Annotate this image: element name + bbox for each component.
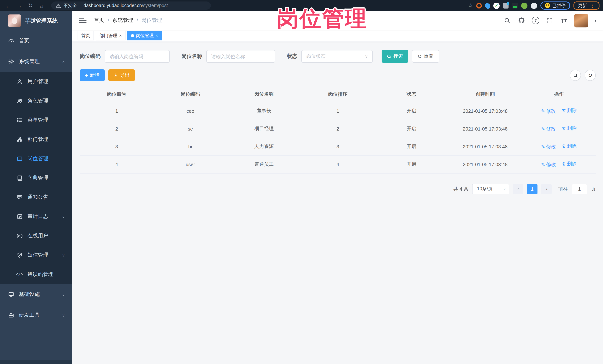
table-row: 2se项目经理2开启2021-01-05 17:03:48✎修改删除 bbox=[80, 120, 596, 138]
breadcrumb-home[interactable]: 首页 bbox=[94, 17, 104, 24]
cell-actions: ✎修改删除 bbox=[522, 138, 596, 155]
paused-badge[interactable]: 已暂停 bbox=[540, 1, 570, 10]
post-code-input[interactable] bbox=[105, 50, 170, 63]
cell-created-time: 2021-01-05 17:03:48 bbox=[448, 102, 522, 120]
sidebar-item-post[interactable]: 岗位管理 bbox=[0, 149, 72, 168]
extension-grid-icon[interactable] bbox=[503, 3, 509, 8]
cell-post-code: user bbox=[153, 155, 227, 173]
sidebar-item-errcode[interactable]: </>错误码管理 bbox=[0, 265, 72, 284]
post-icon bbox=[16, 156, 23, 162]
edit-link[interactable]: ✎修改 bbox=[541, 108, 556, 115]
reload-button[interactable]: ↻ bbox=[26, 1, 35, 10]
sidebar-item-online[interactable]: 在线用户 bbox=[0, 226, 72, 245]
column-header-status: 状态 bbox=[375, 86, 448, 102]
role-icon bbox=[16, 98, 23, 104]
sidebar-item-user[interactable]: 用户管理 bbox=[0, 72, 72, 91]
tab-close-icon[interactable]: × bbox=[156, 33, 158, 38]
delete-link[interactable]: 删除 bbox=[561, 143, 577, 150]
tab-close-icon[interactable]: × bbox=[119, 33, 122, 38]
address-divider bbox=[80, 3, 80, 8]
next-page-button[interactable]: › bbox=[541, 184, 552, 194]
trash-icon bbox=[561, 109, 566, 113]
tab-post[interactable]: 岗位管理 × bbox=[127, 31, 162, 40]
app-logo-row[interactable]: 芋道管理系统 bbox=[0, 11, 72, 30]
tags-view-bar: 首页 部门管理 × 岗位管理 × bbox=[72, 30, 603, 42]
chevron-down-icon: ∨ bbox=[62, 253, 65, 257]
cell-created-time: 2021-01-05 17:03:48 bbox=[448, 120, 522, 138]
post-table: 岗位编号岗位编码岗位名称岗位排序状态创建时间操作 1ceo董事长1开启2021-… bbox=[80, 86, 596, 173]
sidebar-item-devtools[interactable]: 研发工具∨ bbox=[0, 305, 72, 326]
plus-icon: + bbox=[85, 72, 88, 78]
column-header-post-sort: 岗位排序 bbox=[301, 86, 374, 102]
sidebar-item-dept[interactable]: 部门管理 bbox=[0, 130, 72, 149]
sidebar-item-home[interactable]: 首页 bbox=[0, 30, 72, 51]
refresh-button[interactable]: ↻ bbox=[585, 70, 596, 81]
toggle-search-button[interactable] bbox=[570, 70, 581, 81]
user-avatar[interactable] bbox=[574, 13, 588, 27]
app-logo bbox=[8, 14, 21, 27]
delete-link[interactable]: 删除 bbox=[561, 125, 577, 132]
update-button[interactable]: 更新 ⋮ bbox=[573, 1, 600, 10]
delete-link[interactable]: 删除 bbox=[561, 107, 577, 114]
post-name-input[interactable] bbox=[206, 50, 275, 63]
edit-link[interactable]: ✎修改 bbox=[541, 126, 556, 132]
sidebar-item-sms[interactable]: 短信管理∨ bbox=[0, 245, 72, 265]
cell-post-id: 1 bbox=[80, 102, 153, 120]
sidebar-item-system[interactable]: 系统管理∧ bbox=[0, 51, 72, 72]
hamburger-icon[interactable] bbox=[79, 18, 87, 23]
cell-actions: ✎修改删除 bbox=[522, 120, 596, 138]
chevron-down-icon[interactable]: ▾ bbox=[595, 18, 596, 22]
home-button[interactable]: ⌂ bbox=[37, 1, 46, 10]
column-header-post-id: 岗位编号 bbox=[80, 86, 153, 102]
breadcrumb-system[interactable]: 系统管理 bbox=[113, 17, 133, 24]
infra-icon bbox=[8, 291, 14, 298]
prev-page-button[interactable]: ‹ bbox=[513, 184, 523, 194]
browser-chrome: ← → ↻ ⌂ 不安全 dashboard.yudao.iocoder.cn/s… bbox=[0, 0, 603, 11]
edit-link[interactable]: ✎修改 bbox=[541, 143, 556, 150]
export-button[interactable]: 导出 bbox=[108, 69, 135, 81]
reset-button[interactable]: ↺ 重置 bbox=[412, 50, 439, 63]
cell-status: 开启 bbox=[375, 138, 448, 155]
sidebar-item-notice[interactable]: 通知公告 bbox=[0, 188, 72, 207]
page-size-select[interactable]: 10条/页 ∨ bbox=[472, 184, 509, 194]
help-icon[interactable]: ? bbox=[532, 17, 539, 24]
extension-pin-icon[interactable] bbox=[484, 2, 491, 9]
column-header-post-code: 岗位编码 bbox=[153, 86, 227, 102]
forward-button[interactable]: → bbox=[15, 1, 24, 10]
delete-link[interactable]: 删除 bbox=[561, 161, 577, 167]
page-suffix: 页 bbox=[591, 186, 596, 192]
sidebar-item-auditlog[interactable]: 审计日志∨ bbox=[0, 207, 72, 226]
goto-page-input[interactable] bbox=[572, 184, 587, 194]
sidebar-item-dict[interactable]: 字典管理 bbox=[0, 168, 72, 188]
browser-menu-icon[interactable]: ⋮ bbox=[590, 3, 595, 8]
github-icon[interactable] bbox=[518, 17, 525, 24]
extension-gif-icon[interactable] bbox=[512, 3, 518, 9]
extension-orange-icon[interactable] bbox=[476, 3, 482, 8]
notice-icon bbox=[16, 194, 23, 200]
sidebar-item-role[interactable]: 角色管理 bbox=[0, 91, 72, 110]
breadcrumb-separator: / bbox=[137, 17, 138, 23]
table-row: 3hr人力资源3开启2021-01-05 17:03:48✎修改删除 bbox=[80, 138, 596, 155]
tab-home[interactable]: 首页 bbox=[78, 31, 94, 40]
add-button[interactable]: + 新增 bbox=[80, 69, 105, 81]
extension-leaf-icon[interactable] bbox=[521, 2, 527, 9]
filter-form: 岗位编码 岗位名称 状态 岗位状态 ∨ bbox=[80, 50, 596, 63]
column-header-created-time: 创建时间 bbox=[448, 86, 522, 102]
edit-link[interactable]: ✎修改 bbox=[541, 161, 556, 168]
fullscreen-icon[interactable] bbox=[546, 17, 554, 24]
tab-dept[interactable]: 部门管理 × bbox=[96, 31, 126, 40]
sidebar-item-menu[interactable]: 菜单管理 bbox=[0, 110, 72, 130]
search-icon[interactable] bbox=[504, 17, 511, 24]
current-page: 1 bbox=[527, 184, 537, 194]
sidebar-item-infra[interactable]: 基础设施∨ bbox=[0, 284, 72, 305]
address-bar[interactable]: 不安全 dashboard.yudao.iocoder.cn/system/po… bbox=[51, 1, 211, 10]
font-size-icon[interactable]: TT bbox=[560, 17, 568, 24]
cell-post-id: 4 bbox=[80, 155, 153, 173]
extensions-puzzle-icon[interactable] bbox=[531, 2, 537, 9]
status-select[interactable]: 岗位状态 ∨ bbox=[302, 50, 373, 63]
cell-actions: ✎修改删除 bbox=[522, 102, 596, 120]
back-button[interactable]: ← bbox=[4, 1, 13, 10]
search-button[interactable]: 搜索 bbox=[382, 50, 408, 63]
bookmark-star-icon[interactable]: ☆ bbox=[468, 2, 473, 9]
extension-check-icon[interactable]: ✓ bbox=[493, 2, 500, 9]
